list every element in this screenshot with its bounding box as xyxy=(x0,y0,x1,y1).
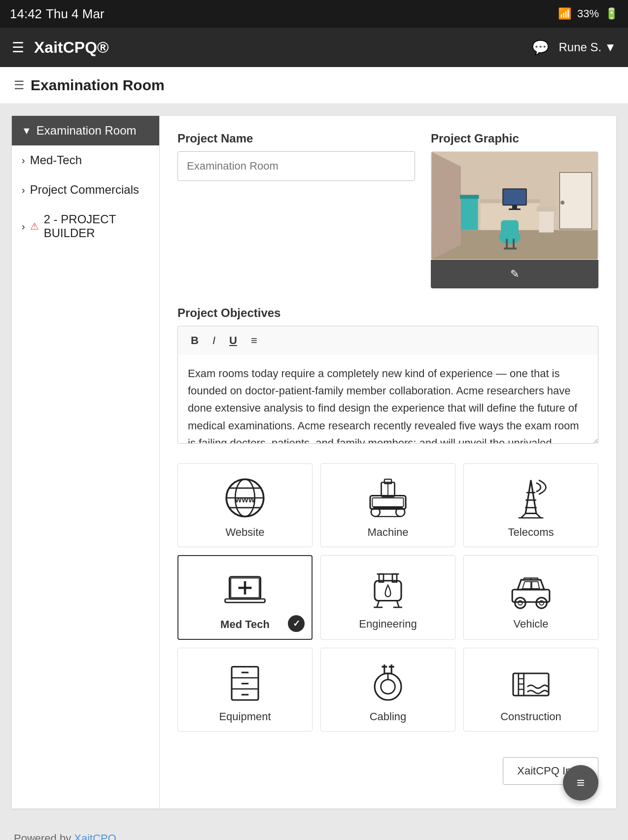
svg-point-60 xyxy=(515,597,526,608)
svg-marker-37 xyxy=(525,480,536,514)
construction-icon xyxy=(509,660,553,704)
icon-cell-construction[interactable]: Construction xyxy=(463,648,598,732)
status-left: 14:42 Thu 4 Mar xyxy=(10,6,105,22)
project-graphic-box xyxy=(431,151,598,260)
svg-text:WWW: WWW xyxy=(235,496,255,504)
battery-text: 33% xyxy=(577,7,599,20)
status-bar: 14:42 Thu 4 Mar 📶 33% 🔋 xyxy=(0,0,628,28)
status-time: 14:42 xyxy=(10,6,42,22)
svg-point-6 xyxy=(560,201,564,205)
website-icon: WWW xyxy=(223,476,267,520)
svg-rect-57 xyxy=(512,590,550,602)
chevron-right-icon-builder: › xyxy=(22,221,25,232)
svg-rect-49 xyxy=(375,581,401,601)
svg-rect-5 xyxy=(559,173,592,229)
status-right: 📶 33% 🔋 xyxy=(558,7,618,20)
svg-marker-59 xyxy=(532,582,539,589)
footer-brand-link[interactable]: XaitCPQ xyxy=(74,832,116,840)
sidebar-item-project-builder[interactable]: › ⚠ 2 - PROJECT BUILDER xyxy=(12,205,159,248)
icon-label-vehicle: Vehicle xyxy=(514,618,549,630)
icon-label-telecoms: Telecoms xyxy=(508,526,554,539)
svg-rect-21 xyxy=(460,195,479,199)
icon-label-construction: Construction xyxy=(500,710,561,723)
svg-marker-58 xyxy=(523,582,531,589)
sidebar-item-project-commercials[interactable]: › Project Commercials xyxy=(12,175,159,205)
cabling-icon xyxy=(366,660,410,704)
vehicle-icon xyxy=(509,567,553,612)
top-nav: ☰ XaitCPQ® 💬 Rune S. ▼ xyxy=(0,28,628,67)
icon-cell-equipment[interactable]: Equipment xyxy=(177,648,313,732)
project-name-section: Project Name xyxy=(177,132,415,288)
icon-label-machine: Machine xyxy=(367,526,408,539)
svg-rect-18 xyxy=(539,208,554,233)
selected-checkmark: ✓ xyxy=(288,615,305,632)
svg-point-62 xyxy=(536,597,547,608)
icon-label-equipment: Equipment xyxy=(219,710,271,723)
icon-cell-telecoms[interactable]: Telecoms xyxy=(463,463,598,547)
sidebar-item-med-tech[interactable]: › Med-Tech xyxy=(12,145,159,175)
sidebar-label-project-builder: 2 - PROJECT BUILDER xyxy=(44,212,149,240)
app-title: XaitCPQ® xyxy=(34,38,109,57)
project-name-label: Project Name xyxy=(177,132,415,145)
svg-rect-29 xyxy=(373,498,404,507)
page-header-menu-icon: ☰ xyxy=(14,78,25,92)
top-nav-left: ☰ XaitCPQ® xyxy=(12,38,109,57)
sidebar-label-examination-room: Examination Room xyxy=(36,124,137,138)
text-toolbar: B I U ≡ xyxy=(177,326,598,355)
chevron-down-icon: ▼ xyxy=(22,125,32,137)
icon-cell-med-tech[interactable]: Med Tech ✓ xyxy=(177,555,313,640)
svg-rect-11 xyxy=(506,239,508,248)
engineering-icon xyxy=(366,567,410,612)
page-header: ☰ Examination Room xyxy=(0,67,628,104)
icon-label-cabling: Cabling xyxy=(370,710,407,723)
svg-point-76 xyxy=(381,680,395,694)
chevron-right-icon-medtech: › xyxy=(22,155,25,166)
edit-graphic-button[interactable]: ✎ xyxy=(431,260,598,288)
fab-button[interactable]: ≡ xyxy=(563,765,598,801)
machine-icon xyxy=(366,476,410,520)
med-tech-icon xyxy=(223,568,267,612)
sidebar-label-med-tech: Med-Tech xyxy=(30,153,82,167)
objectives-textarea[interactable]: Exam rooms today require a completely ne… xyxy=(177,355,598,444)
sidebar-label-project-commercials: Project Commercials xyxy=(30,183,139,197)
project-graphic-label: Project Graphic xyxy=(431,132,598,145)
project-objectives-label: Project Objectives xyxy=(177,306,598,320)
project-name-input[interactable] xyxy=(177,151,415,181)
bottom-section: XaitCPQ Intro xyxy=(177,749,598,793)
sidebar-item-examination-room[interactable]: ▼ Examination Room xyxy=(12,116,159,145)
icon-label-med-tech: Med Tech xyxy=(220,618,270,631)
svg-line-53 xyxy=(377,601,380,608)
icon-cell-cabling[interactable]: Cabling xyxy=(320,648,455,732)
svg-rect-48 xyxy=(225,599,265,602)
icon-grid: WWW Website Ma xyxy=(177,463,598,732)
svg-rect-12 xyxy=(513,239,515,248)
icon-label-website: Website xyxy=(225,526,264,539)
bold-button[interactable]: B xyxy=(186,332,204,349)
italic-button[interactable]: I xyxy=(208,332,220,349)
signal-icon: 📶 xyxy=(558,7,571,20)
icon-cell-engineering[interactable]: Engineering xyxy=(320,555,455,640)
hamburger-icon[interactable]: ☰ xyxy=(12,39,24,56)
icon-cell-vehicle[interactable]: Vehicle xyxy=(463,555,598,640)
icon-cell-machine[interactable]: Machine xyxy=(320,463,455,547)
user-name[interactable]: Rune S. ▼ xyxy=(559,40,616,54)
icon-label-engineering: Engineering xyxy=(359,618,417,630)
svg-rect-17 xyxy=(509,209,521,210)
top-content: Project Name Project Graphic xyxy=(177,132,598,288)
list-button[interactable]: ≡ xyxy=(246,332,262,349)
chat-icon[interactable]: 💬 xyxy=(532,39,549,56)
dropdown-arrow: ▼ xyxy=(604,40,616,54)
icon-cell-website[interactable]: WWW Website xyxy=(177,463,313,547)
battery-icon: 🔋 xyxy=(605,7,618,20)
sidebar: ▼ Examination Room › Med-Tech › Project … xyxy=(12,116,160,808)
main-container: ▼ Examination Room › Med-Tech › Project … xyxy=(12,116,616,808)
chevron-right-icon-commercials: › xyxy=(22,184,25,196)
project-graphic-section: Project Graphic xyxy=(431,132,598,288)
svg-rect-19 xyxy=(537,207,557,211)
footer-powered-by: Powered by xyxy=(14,832,71,840)
underline-button[interactable]: U xyxy=(224,332,242,349)
svg-rect-10 xyxy=(501,220,519,240)
svg-line-54 xyxy=(397,601,399,608)
equipment-icon xyxy=(223,660,267,704)
project-objectives-section: Project Objectives B I U ≡ Exam rooms to… xyxy=(177,306,598,446)
